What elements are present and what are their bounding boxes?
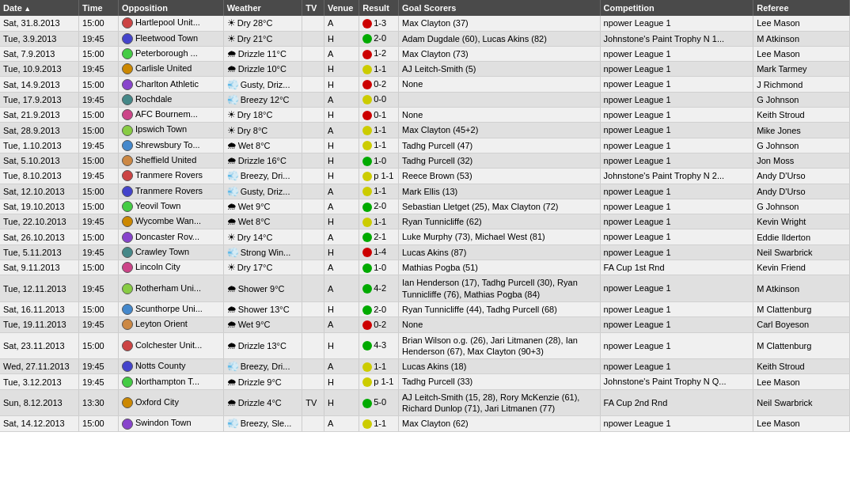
cell-tv	[302, 31, 324, 46]
table-row: Sat, 28.9.201315:00Ipswich Town☀Dry 8°CA…	[0, 123, 850, 138]
opposition-name: Scunthorpe Uni...	[135, 304, 203, 313]
weather-text: Shower 13°C	[238, 305, 290, 314]
col-header-competition: Competition	[600, 0, 753, 16]
cell-scorers: Reece Brown (53)	[399, 169, 601, 184]
cell-competition: npower League 1	[600, 332, 753, 359]
cell-result: 2-1	[359, 229, 399, 244]
cell-opposition: Tranmere Rovers	[118, 184, 223, 199]
cell-opposition: Peterborough ...	[118, 46, 223, 61]
team-icon	[122, 377, 133, 388]
cell-venue: A	[324, 16, 359, 31]
cell-weather: ☀Dry 28°C	[223, 16, 302, 31]
cell-venue: H	[324, 374, 359, 389]
cell-result: 2-0	[359, 301, 399, 316]
weather-text: Dry 28°C	[237, 18, 273, 28]
table-row: Tue, 3.12.201319:45Northampton T...🌧Driz…	[0, 374, 850, 389]
cell-weather: ☀Dry 14°C	[223, 229, 302, 244]
cell-weather: 💨Gusty, Driz...	[223, 77, 302, 92]
opposition-name: Doncaster Rov...	[135, 232, 199, 241]
opposition-name: Yeovil Town	[135, 201, 181, 210]
cell-scorers: Brian Wilson o.g. (26), Jari Litmanen (2…	[399, 332, 601, 359]
cell-result: 0-2	[359, 77, 399, 92]
table-row: Tue, 12.11.201319:45Rotherham Uni...🌧Sho…	[0, 275, 850, 302]
table-row: Sat, 31.8.201315:00Hartlepool Unit...☀Dr…	[0, 16, 850, 31]
cell-scorers: Max Clayton (37)	[399, 16, 601, 31]
cell-weather: 🌧Shower 9°C	[223, 275, 302, 302]
cell-weather: 🌧Wet 8°C	[223, 138, 302, 153]
cell-time: 19:45	[79, 317, 119, 332]
cell-competition: Johnstone's Paint Trophy N 2...	[600, 169, 753, 184]
cell-venue: A	[324, 275, 359, 302]
cell-referee: Andy D'Urso	[753, 169, 850, 184]
cell-weather: 🌧Wet 9°C	[223, 199, 302, 214]
cell-weather: 💨Breezy, Sle...	[223, 416, 302, 431]
cell-result: 1-1	[359, 416, 399, 431]
cell-competition: npower League 1	[600, 108, 753, 123]
cell-weather: 🌧Wet 9°C	[223, 317, 302, 332]
cell-date: Sat, 23.11.2013	[0, 332, 79, 359]
opposition-name: Northampton T...	[135, 377, 199, 386]
cell-scorers: Mark Ellis (13)	[399, 184, 601, 199]
cell-opposition: AFC Bournem...	[118, 108, 223, 123]
cell-time: 15:00	[79, 199, 119, 214]
cell-competition: npower League 1	[600, 229, 753, 244]
cell-tv	[302, 92, 324, 107]
cell-date: Sat, 12.10.2013	[0, 184, 79, 199]
result-score: 5-0	[374, 397, 386, 407]
cell-date: Tue, 12.11.2013	[0, 275, 79, 302]
cell-weather: ☀Dry 8°C	[223, 123, 302, 138]
weather-text: Drizzle 10°C	[238, 64, 286, 74]
weather-text: Breezy 12°C	[241, 95, 290, 104]
result-dot	[362, 233, 372, 242]
table-row: Sat, 16.11.201315:00Scunthorpe Uni...🌧Sh…	[0, 301, 850, 316]
result-score: 1-1	[374, 140, 386, 150]
team-icon	[122, 94, 133, 105]
cell-opposition: Rochdale	[118, 92, 223, 107]
cell-referee: Lee Mason	[753, 374, 850, 389]
cell-result: 2-0	[359, 31, 399, 46]
cell-venue: H	[324, 108, 359, 123]
weather-icon: 🌧	[227, 155, 237, 166]
col-header-time: Time	[79, 0, 119, 16]
cell-result: 1-1	[359, 62, 399, 77]
cell-scorers: Lucas Akins (87)	[399, 244, 601, 260]
result-score: 2-0	[374, 305, 386, 314]
cell-opposition: Doncaster Rov...	[118, 229, 223, 244]
cell-competition: npower League 1	[600, 138, 753, 153]
cell-scorers: None	[399, 108, 601, 123]
cell-competition: npower League 1	[600, 275, 753, 302]
weather-text: Dry 17°C	[237, 263, 273, 272]
cell-weather: 💨Breezy, Dri...	[223, 169, 302, 184]
cell-time: 15:00	[79, 184, 119, 199]
result-score: 0-0	[374, 94, 386, 104]
cell-weather: 🌧Wet 8°C	[223, 214, 302, 229]
cell-opposition: Tranmere Rovers	[118, 169, 223, 184]
weather-text: Drizzle 4°C	[238, 398, 282, 407]
result-dot	[362, 320, 372, 330]
cell-tv	[302, 108, 324, 123]
cell-tv: TV	[302, 389, 324, 416]
table-row: Sat, 9.11.201315:00Lincoln City☀Dry 17°C…	[0, 260, 850, 275]
cell-opposition: Ipswich Town	[118, 123, 223, 138]
weather-icon: 💨	[227, 79, 239, 90]
cell-venue: A	[324, 92, 359, 107]
cell-scorers: Adam Dugdale (60), Lucas Akins (82)	[399, 31, 601, 46]
cell-date: Tue, 19.11.2013	[0, 317, 79, 332]
result-dot	[362, 203, 372, 212]
cell-competition: FA Cup 2nd Rnd	[600, 389, 753, 416]
cell-opposition: Charlton Athletic	[118, 77, 223, 92]
cell-venue: A	[324, 359, 359, 374]
cell-venue: H	[324, 153, 359, 168]
cell-opposition: Fleetwood Town	[118, 31, 223, 46]
cell-tv	[302, 244, 324, 260]
cell-venue: H	[324, 77, 359, 92]
weather-icon: ☀	[227, 33, 236, 44]
cell-venue: A	[324, 416, 359, 431]
result-score: 1-2	[374, 48, 386, 58]
weather-text: Drizzle 13°C	[238, 341, 286, 351]
result-score: 0-2	[374, 79, 386, 89]
result-score: 1-1	[374, 362, 386, 371]
weather-text: Drizzle 11°C	[238, 49, 286, 59]
cell-referee: M Clattenburg	[753, 332, 850, 359]
cell-venue: A	[324, 184, 359, 199]
